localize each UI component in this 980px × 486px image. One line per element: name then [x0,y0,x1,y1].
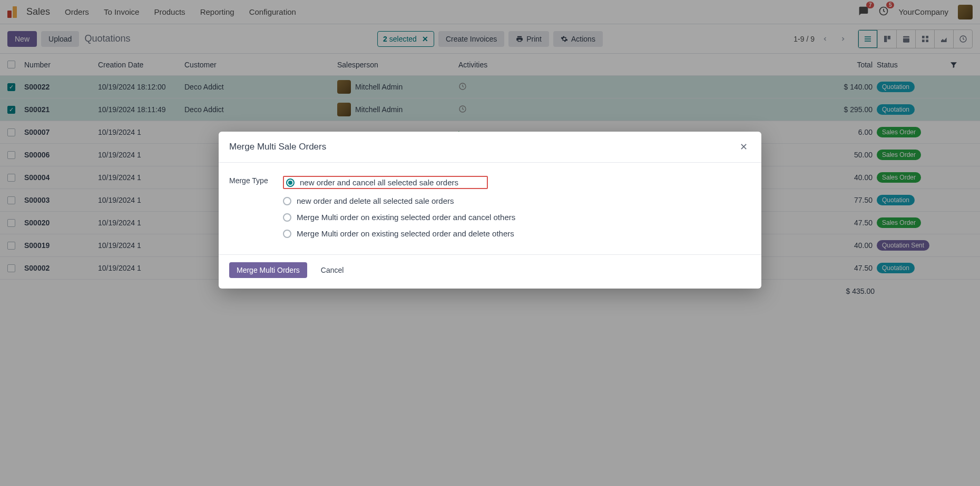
radio-icon [283,197,291,205]
radio-label: new order and cancel all selected sale o… [300,178,458,187]
merge-type-option[interactable]: Merge Multi order on existing selected o… [283,211,515,223]
merge-type-option[interactable]: new order and cancel all selected sale o… [283,174,515,191]
radio-icon [286,178,295,187]
merge-type-radio-group: new order and cancel all selected sale o… [283,174,515,240]
merge-type-label: Merge Type [229,174,273,185]
merge-multi-orders-button[interactable]: Merge Multi Orders [229,262,307,278]
radio-label: Merge Multi order on existing selected o… [297,213,515,222]
cancel-button[interactable]: Cancel [313,262,351,278]
modal-close-icon[interactable]: ✕ [737,140,751,154]
radio-label: Merge Multi order on existing selected o… [297,229,514,238]
radio-label: new order and delete all selected sale o… [297,196,454,205]
merge-type-option[interactable]: Merge Multi order on existing selected o… [283,227,515,240]
merge-modal: Merge Multi Sale Orders ✕ Merge Type new… [219,132,761,289]
merge-type-option[interactable]: new order and delete all selected sale o… [283,195,515,207]
radio-icon [283,230,291,238]
modal-title: Merge Multi Sale Orders [229,142,326,152]
radio-icon [283,213,291,222]
